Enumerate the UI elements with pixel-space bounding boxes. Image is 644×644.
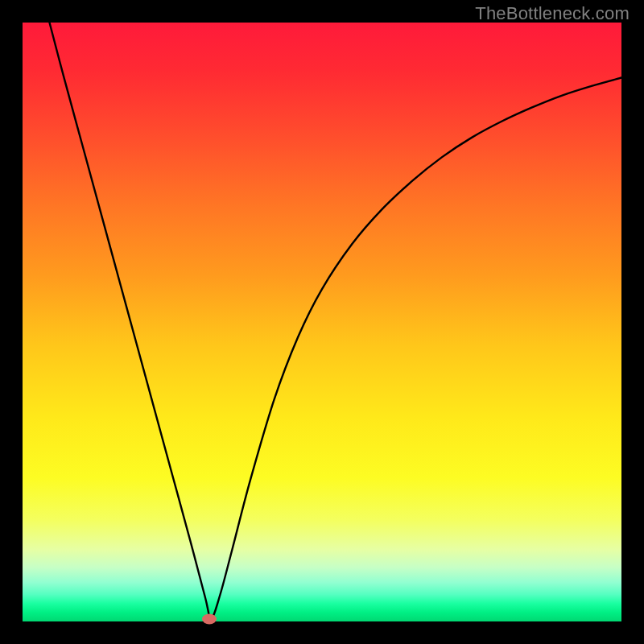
minimum-marker [202,614,217,625]
bottleneck-curve [23,23,621,621]
chart-plot-area [23,23,621,621]
watermark-text: TheBottleneck.com [475,3,630,24]
